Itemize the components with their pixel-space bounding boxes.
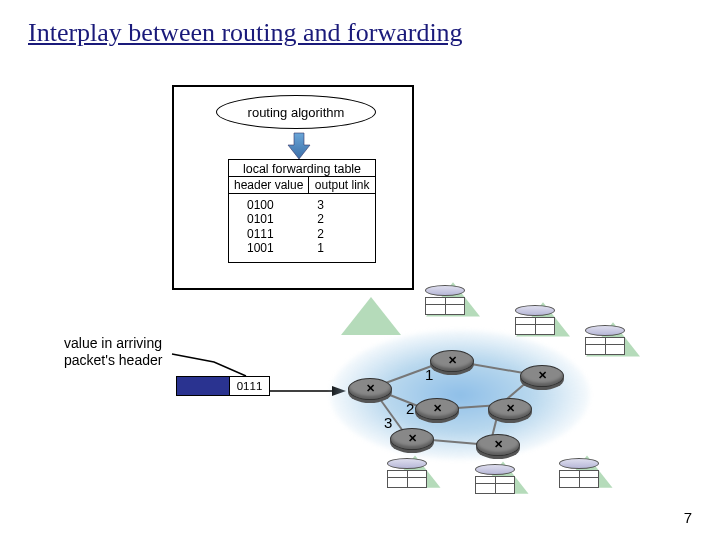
link-label-3: 3 (384, 414, 392, 431)
routing-algorithm-label: routing algorithm (248, 105, 345, 120)
mini-router-table (422, 285, 468, 315)
link-label-1: 1 (425, 366, 433, 383)
table-row: 1 (317, 241, 375, 255)
router-icon (415, 398, 459, 420)
router-icon (390, 428, 434, 450)
table-row: 2 (317, 212, 375, 226)
table-row: 0101 (247, 212, 309, 226)
routing-algorithm-oval: routing algorithm (216, 95, 376, 129)
slide-title: Interplay between routing and forwarding (28, 18, 463, 48)
col-header-value: header value (229, 177, 309, 193)
page-number: 7 (684, 509, 692, 526)
mini-router-table (582, 325, 628, 355)
table-row: 0111 (247, 227, 309, 241)
router-box: routing algorithm local forwarding table… (172, 85, 414, 290)
arriving-packet-label: value in arriving packet's header (64, 335, 162, 369)
forwarding-table: local forwarding table header value outp… (228, 159, 376, 263)
mini-router-table (556, 458, 602, 488)
beam-icon (336, 297, 406, 343)
col-output-link: output link (309, 177, 375, 193)
router-icon (430, 350, 474, 372)
mini-router-table (512, 305, 558, 335)
table-row: 2 (317, 227, 375, 241)
arrow-down-icon (286, 131, 312, 161)
callout-line (170, 352, 280, 382)
mini-router-table (472, 464, 518, 494)
table-row: 1001 (247, 241, 309, 255)
forwarding-table-title: local forwarding table (229, 160, 375, 176)
router-icon (476, 434, 520, 456)
table-row: 3 (317, 198, 375, 212)
link-label-2: 2 (406, 400, 414, 417)
router-icon (520, 365, 564, 387)
router-icon (488, 398, 532, 420)
mini-router-table (384, 458, 430, 488)
forwarding-table-rows: 0100 0101 0111 1001 3 2 2 1 (229, 194, 375, 262)
table-row: 0100 (247, 198, 309, 212)
forwarding-table-header: header value output link (229, 176, 375, 194)
router-icon (348, 378, 392, 400)
